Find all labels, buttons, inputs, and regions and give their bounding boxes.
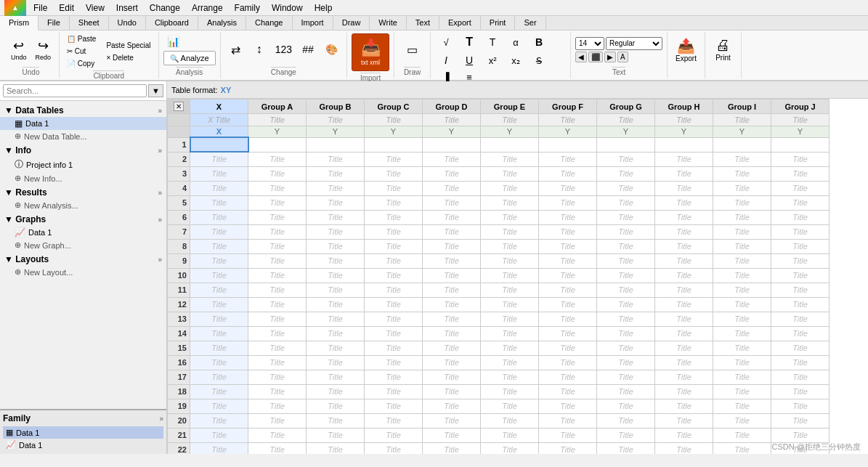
menu-insert[interactable]: Insert: [110, 1, 144, 15]
section-header-layouts[interactable]: ▼ Layouts »: [0, 253, 166, 266]
format-btn[interactable]: ##: [297, 41, 319, 57]
cell-18-f[interactable]: Title: [539, 384, 597, 399]
tab-change[interactable]: Change: [246, 16, 293, 30]
cell-9-x[interactable]: Title: [190, 253, 248, 268]
title-cell-i[interactable]: Title: [713, 114, 771, 126]
cell-17-c[interactable]: Title: [365, 370, 423, 384]
title-cell-f[interactable]: Title: [539, 114, 597, 126]
cell-13-c[interactable]: Title: [365, 312, 423, 326]
color-btn[interactable]: 🎨: [320, 41, 342, 57]
layouts-more-btn[interactable]: »: [158, 256, 162, 264]
transform-btn[interactable]: ⇄: [225, 41, 247, 59]
cell-16-h[interactable]: Title: [655, 355, 713, 370]
cell-21-d[interactable]: Title: [423, 428, 481, 442]
menu-family[interactable]: Family: [229, 1, 266, 15]
cell-14-d[interactable]: Title: [423, 326, 481, 341]
alpha-btn[interactable]: α: [505, 35, 527, 50]
align-left-btn[interactable]: ◀: [575, 52, 587, 62]
menu-change[interactable]: Change: [144, 1, 186, 15]
cell-3-i[interactable]: Title: [713, 166, 771, 181]
font-size-select[interactable]: 10121416: [575, 37, 604, 50]
cell-10-f[interactable]: Title: [539, 268, 597, 283]
cell-20-e[interactable]: Title: [481, 413, 539, 428]
cell-2-a[interactable]: Title: [248, 152, 307, 166]
cell-6-b[interactable]: Title: [307, 210, 365, 224]
cell-16-f[interactable]: Title: [539, 355, 597, 370]
cell-12-b[interactable]: Title: [307, 297, 365, 312]
family-item-table[interactable]: ▦ Data 1: [3, 426, 163, 439]
cell-18-d[interactable]: Title: [423, 384, 481, 399]
cell-5-h[interactable]: Title: [655, 195, 713, 210]
cell-10-g[interactable]: Title: [597, 268, 655, 283]
cell-19-a[interactable]: Title: [248, 399, 307, 413]
title-cell-d[interactable]: Title: [423, 114, 481, 126]
cell-17-b[interactable]: Title: [307, 370, 365, 384]
cell-21-b[interactable]: Title: [307, 428, 365, 442]
cell-8-b[interactable]: Title: [307, 239, 365, 253]
cell-13-j[interactable]: Title: [771, 312, 830, 326]
cell-4-i[interactable]: Title: [713, 181, 771, 195]
color-fill-btn[interactable]: A: [617, 52, 628, 62]
cell-17-i[interactable]: Title: [713, 370, 771, 384]
col-header-group-b[interactable]: Group B: [307, 100, 365, 114]
cell-5-d[interactable]: Title: [423, 195, 481, 210]
cell-6-i[interactable]: Title: [713, 210, 771, 224]
bold-btn[interactable]: B: [528, 34, 550, 50]
cell-12-d[interactable]: Title: [423, 297, 481, 312]
cell-21-h[interactable]: Title: [655, 428, 713, 442]
cell-4-b[interactable]: Title: [307, 181, 365, 195]
cell-3-c[interactable]: Title: [365, 166, 423, 181]
cell-1-e[interactable]: [481, 137, 539, 152]
cell-10-e[interactable]: Title: [481, 268, 539, 283]
cell-18-i[interactable]: Title: [713, 384, 771, 399]
cell-19-h[interactable]: Title: [655, 399, 713, 413]
cut-button[interactable]: ✂ Cut: [64, 46, 99, 57]
section-header-graphs[interactable]: ▼ Graphs »: [0, 213, 166, 226]
cell-8-g[interactable]: Title: [597, 239, 655, 253]
cell-4-h[interactable]: Title: [655, 181, 713, 195]
cell-16-x[interactable]: Title: [190, 355, 248, 370]
cell-1-i[interactable]: [713, 137, 771, 152]
cell-6-c[interactable]: Title: [365, 210, 423, 224]
cell-11-b[interactable]: Title: [307, 283, 365, 297]
info-more-btn[interactable]: »: [158, 147, 162, 155]
cell-2-g[interactable]: Title: [597, 152, 655, 166]
text-t-btn[interactable]: T: [482, 34, 503, 50]
data-tables-more-btn[interactable]: »: [158, 107, 162, 115]
cell-3-j[interactable]: Title: [771, 166, 830, 181]
cell-11-h[interactable]: Title: [655, 283, 713, 297]
cell-6-f[interactable]: Title: [539, 210, 597, 224]
cell-12-c[interactable]: Title: [365, 297, 423, 312]
col-header-group-g[interactable]: Group G: [597, 100, 655, 114]
cell-1-f[interactable]: [539, 137, 597, 152]
cell-11-j[interactable]: Title: [771, 283, 830, 297]
cell-18-c[interactable]: Title: [365, 384, 423, 399]
cell-17-j[interactable]: Title: [771, 370, 830, 384]
cell-12-x[interactable]: Title: [190, 297, 248, 312]
cell-3-d[interactable]: Title: [423, 166, 481, 181]
cell-2-f[interactable]: Title: [539, 152, 597, 166]
section-header-info[interactable]: ▼ Info »: [0, 144, 166, 157]
cell-10-c[interactable]: Title: [365, 268, 423, 283]
align-center-btn[interactable]: ⬛: [588, 52, 603, 62]
cell-15-a[interactable]: Title: [248, 341, 307, 355]
rect-btn[interactable]: ▭: [402, 41, 423, 59]
cell-19-d[interactable]: Title: [423, 399, 481, 413]
sort-btn[interactable]: ↕: [248, 41, 270, 58]
cell-12-g[interactable]: Title: [597, 297, 655, 312]
cell-22-e[interactable]: Title: [481, 442, 539, 454]
menu-help[interactable]: Help: [309, 1, 338, 15]
cell-10-h[interactable]: Title: [655, 268, 713, 283]
cell-11-x[interactable]: Title: [190, 283, 248, 297]
cell-2-x[interactable]: Title: [190, 152, 248, 166]
cell-7-i[interactable]: Title: [713, 224, 771, 239]
cell-21-j[interactable]: Title: [771, 428, 830, 442]
cell-12-f[interactable]: Title: [539, 297, 597, 312]
cell-12-e[interactable]: Title: [481, 297, 539, 312]
cell-22-x[interactable]: Title: [190, 442, 248, 454]
cell-14-h[interactable]: Title: [655, 326, 713, 341]
cell-17-h[interactable]: Title: [655, 370, 713, 384]
cell-8-j[interactable]: Title: [771, 239, 830, 253]
cell-14-g[interactable]: Title: [597, 326, 655, 341]
tree-item-new-data-table[interactable]: ⊕ New Data Table...: [0, 130, 166, 142]
